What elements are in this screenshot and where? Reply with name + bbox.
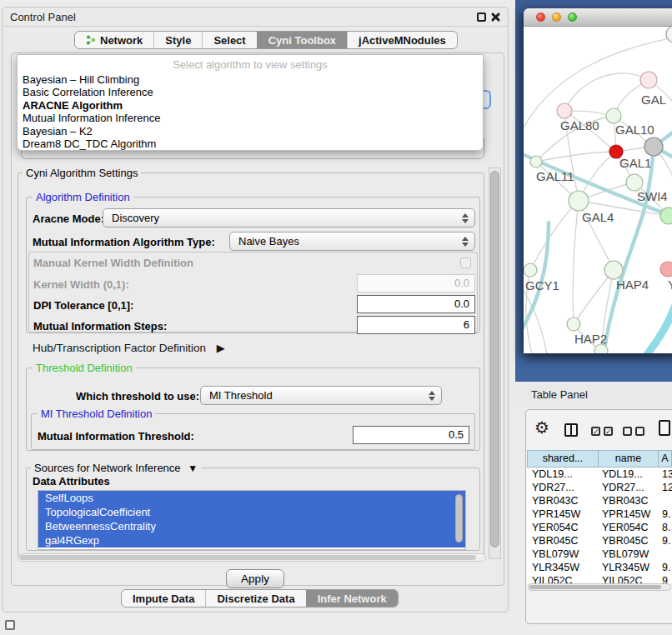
mi-threshold-input[interactable]: 0.5 (353, 426, 469, 444)
network-node-hap4[interactable] (604, 261, 623, 279)
network-node-unlabeled[interactable] (644, 138, 663, 156)
hub-definition-toggle[interactable]: Hub/Transcription Factor Definition ▶ (33, 342, 225, 354)
checked-checkbox-icon[interactable]: ✓ (604, 427, 613, 436)
algorithm-option-aracne-algorithm[interactable]: ARACNE Algorithm (18, 99, 483, 112)
algorithm-option-basic-correlation-inference[interactable]: Basic Correlation Inference (18, 86, 483, 98)
cell-shared-name: YPR145W (527, 508, 599, 521)
tab-label: jActiveMNodules (359, 34, 446, 47)
algorithm-option-bayesian-hill-climbing[interactable]: Bayesian – Hill Climbing (18, 73, 483, 86)
table-row[interactable]: YDR27...YDR27...12 (527, 481, 672, 494)
network-view-window: GALGAL80GAL10GAL11GAL1SWI4GAL4GCY1HAP4YH… (524, 8, 672, 353)
network-window-titlebar[interactable] (524, 8, 672, 27)
checked-checkbox-icon[interactable]: ✓ (591, 427, 600, 436)
tab-jactivemnodules[interactable]: jActiveMNodules (347, 32, 457, 48)
table-body: YDL19...YDL19...13YDR27...YDR27...12YBR0… (527, 468, 672, 583)
aracne-mode-label: Aracne Mode: (33, 212, 104, 225)
threshold-definition-label: Threshold Definition (33, 362, 136, 374)
data-attribute-item[interactable]: BetweennessCentrality (38, 519, 465, 533)
network-canvas[interactable]: GALGAL80GAL10GAL11GAL1SWI4GAL4GCY1HAP4YH… (524, 27, 672, 353)
network-node-unlabeled[interactable] (666, 27, 672, 42)
table-row[interactable]: YBR045CYBR045C9. (527, 534, 672, 548)
table-row[interactable]: YLR345WYLR345W9. (527, 561, 672, 574)
float-panel-icon[interactable] (477, 12, 486, 22)
network-edge[interactable] (536, 152, 616, 162)
algorithm-option-dream8-dc-tdc-algorithm[interactable]: Dream8 DC_TDC Algorithm (18, 138, 483, 150)
network-node-gal1[interactable] (626, 174, 643, 191)
data-attribute-item[interactable]: gal4RGexp (38, 533, 465, 548)
dpi-tolerance-input[interactable]: 0.0 (357, 295, 475, 313)
control-panel-titlebar: Control Panel (3, 8, 508, 27)
mi-steps-input[interactable]: 6 (357, 316, 475, 334)
aracne-mode-select[interactable]: Discovery (103, 208, 475, 228)
network-node-gcy1[interactable] (524, 263, 537, 277)
network-node-gal80[interactable] (557, 103, 572, 118)
table-row[interactable]: YDL19...YDL19...13 (527, 468, 672, 481)
network-node-gal11[interactable] (530, 156, 542, 168)
unchecked-checkbox-icon[interactable] (623, 427, 632, 436)
algorithm-option-bayesian-k2[interactable]: Bayesian – K2 (18, 125, 483, 138)
network-node-swi4[interactable] (660, 208, 672, 224)
algorithm-option-mutual-information-inference[interactable]: Mutual Information Inference (18, 112, 483, 124)
close-window-icon[interactable] (536, 12, 545, 22)
network-edge[interactable] (530, 201, 579, 270)
network-edge[interactable] (647, 295, 672, 353)
mi-algorithm-type-select[interactable]: Naive Bayes (229, 232, 475, 251)
manual-kernel-label: Manual Kernel Width Definition (33, 257, 193, 269)
algorithm-popup-placeholder: Select algorithm to view settings (18, 55, 483, 73)
minimize-window-icon[interactable] (552, 12, 561, 22)
cell-name: YPR145W (599, 508, 659, 521)
table-row[interactable]: YBR043CYBR043C (527, 494, 672, 508)
table-row[interactable]: YBL079WYBL079W (527, 548, 672, 561)
tab-impute-data[interactable]: Impute Data (122, 590, 205, 607)
node-label-hap4: HAP4 (616, 278, 649, 292)
zoom-window-icon[interactable] (568, 12, 577, 22)
column-header-a[interactable]: A (659, 450, 672, 468)
table-row[interactable]: YER054CYER054C8. (527, 521, 672, 534)
unchecked-checkbox-icon[interactable] (635, 427, 644, 436)
tab-cyni-toolbox[interactable]: Cyni Toolbox (257, 32, 347, 48)
kernel-width-input[interactable]: 0.0 (357, 274, 475, 292)
list-vscrollbar-thumb[interactable] (455, 494, 463, 542)
network-node-hap2[interactable] (567, 318, 580, 331)
cell-shared-name: YLR345W (527, 561, 599, 574)
sources-group-label[interactable]: Sources for Network Inference ▼ (31, 462, 201, 474)
network-edge[interactable] (573, 201, 579, 324)
settings-vscrollbar-thumb[interactable] (490, 171, 499, 548)
settings-hscrollbar-thumb[interactable] (19, 555, 476, 560)
table-row[interactable]: YIL052CYIL052C9 (527, 574, 672, 583)
column-header-name[interactable]: name (599, 450, 659, 468)
network-edge[interactable] (574, 270, 614, 324)
split-view-icon[interactable] (564, 423, 578, 437)
node-label-y: Y (668, 278, 672, 292)
tab-network[interactable]: Network (75, 32, 153, 48)
tab-select[interactable]: Select (202, 32, 256, 48)
data-attribute-item[interactable]: TopologicalCoefficient (38, 505, 465, 519)
manual-kernel-checkbox[interactable] (460, 258, 471, 268)
network-node-gal[interactable] (640, 72, 657, 88)
tab-discretize-data[interactable]: Discretize Data (205, 590, 305, 607)
table-row[interactable]: YPR145WYPR145W9. (527, 508, 672, 521)
stepper-arrows-icon (460, 212, 469, 224)
cell-shared-name: YDL19... (527, 468, 599, 481)
tab-style[interactable]: Style (153, 32, 202, 48)
network-edge[interactable] (564, 73, 649, 111)
table-hscrollbar-thumb[interactable] (529, 585, 661, 589)
close-panel-icon[interactable] (490, 12, 501, 22)
node-label-gal80: GAL80 (560, 118, 599, 132)
data-attribute-item[interactable]: SelfLoops (38, 491, 465, 505)
gear-icon[interactable]: ⚙ (534, 419, 549, 436)
column-header-shared[interactable]: shared... (527, 450, 599, 468)
docked-panel-icon[interactable] (5, 620, 15, 630)
tab-label: Network (100, 34, 143, 47)
mi-threshold-label: Mutual Information Threshold: (38, 430, 194, 442)
tab-infer-network[interactable]: Infer Network (306, 590, 398, 607)
which-threshold-select[interactable]: MI Threshold (200, 386, 442, 405)
network-node-gal10[interactable] (606, 108, 621, 123)
cell-name: YDR27... (599, 481, 659, 494)
apply-button[interactable]: Apply (226, 569, 284, 588)
page-icon[interactable] (659, 420, 670, 436)
network-node-y[interactable] (660, 262, 672, 277)
network-node-gal4[interactable] (569, 191, 589, 211)
data-attributes-list[interactable]: SelfLoopsTopologicalCoefficientBetweenne… (38, 490, 466, 550)
cyni-bottom-tabs: Impute DataDiscretize DataInfer Network (121, 589, 399, 608)
